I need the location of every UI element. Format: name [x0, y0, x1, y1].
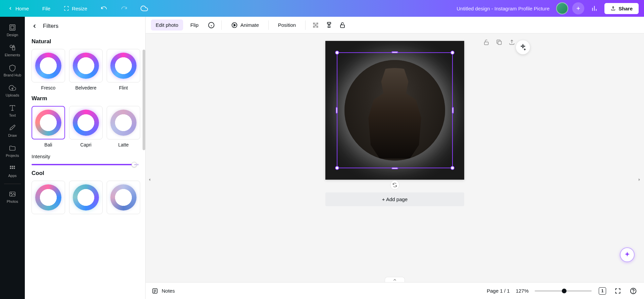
- handle-top-right[interactable]: [450, 51, 454, 55]
- handle-top[interactable]: [391, 51, 398, 53]
- svg-point-47: [633, 292, 634, 293]
- rail-separator: [4, 184, 21, 184]
- animate-button[interactable]: Animate: [226, 19, 264, 31]
- magic-write-button[interactable]: [516, 40, 530, 54]
- slider-thumb[interactable]: [131, 162, 137, 167]
- help-button[interactable]: [629, 286, 638, 296]
- svg-rect-12: [10, 166, 11, 167]
- zoom-indicator[interactable]: 127%: [516, 288, 529, 294]
- filter-cool-1[interactable]: [32, 181, 65, 214]
- avatar[interactable]: [556, 2, 568, 14]
- animate-icon: [231, 22, 238, 28]
- chevron-left-icon: [8, 6, 13, 11]
- magic-fab-button[interactable]: [620, 247, 635, 262]
- back-button[interactable]: [32, 23, 38, 29]
- filter-capri[interactable]: Capri: [69, 106, 103, 147]
- rail-photos[interactable]: Photos: [0, 187, 25, 207]
- insights-button[interactable]: [588, 2, 600, 14]
- add-member-button[interactable]: [572, 2, 584, 14]
- svg-point-7: [10, 45, 12, 48]
- filter-fresco[interactable]: Fresco: [32, 49, 65, 91]
- photos-icon: [9, 190, 16, 198]
- section-warm: Warm: [32, 95, 139, 102]
- lock-icon: [339, 22, 346, 28]
- page-indicator[interactable]: Page 1 / 1: [487, 288, 509, 294]
- scroll-left[interactable]: [148, 178, 152, 182]
- panel-scrollbar[interactable]: [143, 50, 145, 150]
- transparency-button[interactable]: [310, 20, 321, 31]
- intensity-label: Intensity: [32, 154, 139, 159]
- panel-title: Filters: [43, 23, 58, 29]
- resize-button[interactable]: Resize: [61, 4, 90, 13]
- fullscreen-icon: [614, 288, 621, 294]
- sparkle-plus-icon: [519, 44, 527, 51]
- svg-point-19: [11, 193, 12, 194]
- rail-elements[interactable]: Elements: [0, 40, 25, 60]
- filter-cool-2[interactable]: [69, 181, 103, 214]
- design-icon: [9, 24, 16, 31]
- separator: [221, 20, 222, 30]
- undo-button[interactable]: [98, 2, 110, 14]
- handle-left[interactable]: [336, 107, 338, 114]
- rail-design[interactable]: Design: [0, 20, 25, 40]
- notes-button[interactable]: Notes: [152, 288, 175, 294]
- brandhub-icon: [9, 64, 16, 71]
- svg-rect-26: [315, 24, 317, 26]
- file-menu[interactable]: File: [40, 4, 53, 13]
- rail-uploads[interactable]: Uploads: [0, 80, 25, 101]
- redo-button[interactable]: [118, 2, 130, 14]
- info-button[interactable]: [206, 20, 217, 31]
- handle-bottom-left[interactable]: [335, 166, 339, 170]
- handle-bottom[interactable]: [391, 167, 398, 169]
- rail-draw[interactable]: Draw: [0, 121, 25, 141]
- home-button[interactable]: Home: [5, 4, 32, 13]
- edit-photo-button[interactable]: Edit photo: [151, 19, 183, 31]
- intensity-slider[interactable]: [32, 164, 139, 165]
- grid-view-button[interactable]: 1: [598, 286, 607, 296]
- rotate-icon: [392, 182, 397, 188]
- scroll-right[interactable]: [637, 178, 642, 182]
- page-export-button[interactable]: [508, 39, 517, 47]
- filter-bali[interactable]: Bali: [32, 106, 65, 147]
- sparkle-icon: [624, 251, 631, 258]
- expand-pages-button[interactable]: [385, 277, 405, 282]
- zoom-thumb[interactable]: [562, 289, 567, 293]
- filter-cool-3[interactable]: [107, 181, 140, 214]
- handle-right[interactable]: [452, 107, 454, 114]
- filter-flint[interactable]: Flint: [107, 49, 140, 91]
- svg-rect-30: [315, 22, 317, 24]
- fullscreen-button[interactable]: [613, 286, 623, 296]
- copy-style-button[interactable]: [324, 20, 334, 31]
- redo-icon: [121, 5, 127, 12]
- cloud-sync-button[interactable]: [138, 2, 150, 14]
- rail-brandhub[interactable]: Brand Hub: [0, 60, 25, 80]
- filter-latte[interactable]: Latte: [107, 106, 140, 147]
- filter-belvedere[interactable]: Belvedere: [69, 49, 103, 91]
- handle-top-left[interactable]: [335, 51, 339, 55]
- page-lock-button[interactable]: [483, 39, 491, 47]
- selection-box[interactable]: [337, 52, 453, 168]
- cloud-icon: [141, 5, 148, 12]
- lock-button[interactable]: [337, 20, 348, 31]
- rail-apps[interactable]: Apps: [0, 161, 25, 181]
- info-icon: [208, 22, 215, 28]
- rail-projects[interactable]: Projects: [0, 141, 25, 161]
- handle-bottom-right[interactable]: [450, 166, 454, 170]
- zoom-slider[interactable]: [535, 290, 592, 292]
- home-label: Home: [15, 6, 29, 11]
- rail-text[interactable]: Text: [0, 101, 25, 121]
- design-title[interactable]: Untitled design - Instagram Profile Pict…: [457, 6, 550, 11]
- svg-rect-33: [315, 26, 317, 27]
- page-duplicate-button[interactable]: [496, 39, 504, 47]
- flip-button[interactable]: Flip: [186, 19, 203, 31]
- canvas-page[interactable]: [325, 41, 464, 180]
- svg-rect-37: [498, 41, 501, 45]
- copy-style-icon: [326, 22, 332, 28]
- add-page-button[interactable]: + Add page: [325, 192, 464, 206]
- projects-icon: [9, 144, 16, 152]
- undo-icon: [101, 5, 107, 12]
- svg-marker-41: [639, 178, 640, 181]
- position-button[interactable]: Position: [273, 19, 301, 31]
- share-button[interactable]: Share: [604, 3, 639, 14]
- rotate-button[interactable]: [390, 180, 399, 190]
